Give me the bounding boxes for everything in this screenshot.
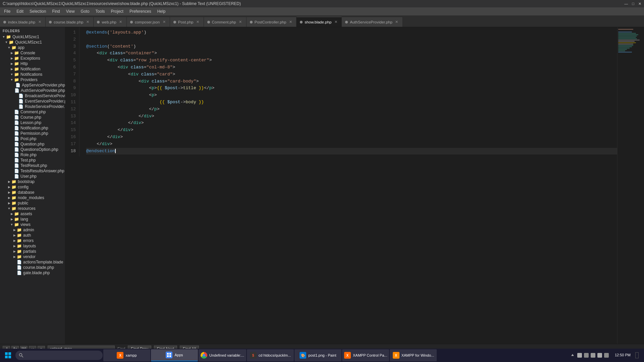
sidebar-item-gate-blade[interactable]: 📄 gate.blade.php [0,270,65,276]
taskbar-xampp-control[interactable]: X XAMPP Control Pa... [342,349,389,361]
taskbar-paint-label: post1.png - Paint [308,353,336,357]
menu-view[interactable]: View [63,8,77,14]
sidebar-item-post-php[interactable]: 📄 Post.php [0,136,65,141]
sidebar-item-lesson-php[interactable]: 📄 Lesson.php [0,120,65,125]
show-desktop-button[interactable] [634,350,640,361]
editor-area[interactable]: 1 2 3 4 5 6 7 8 9 10 11 12 13 14 15 16 1… [65,27,617,344]
sidebar-item-eventserviceprovider[interactable]: 📄 EventServiceProvider.php [0,99,65,104]
tab-web-php[interactable]: web.php ✕ [94,17,126,27]
menu-edit[interactable]: Edit [14,8,26,14]
taskbar-xampp-for-win[interactable]: X XAMPP for Windo... [390,349,437,361]
sidebar-item-partials[interactable]: ▶ 📁 partials [0,249,65,254]
taskbar-search[interactable] [15,351,103,360]
sidebar-item-testresult-php[interactable]: 📄 TestResult.php [0,163,65,168]
tab-close-icon[interactable]: ✕ [37,20,42,24]
menu-selection[interactable]: Selection [27,8,49,14]
taskbar-clock[interactable]: 12:50 PM [613,353,633,358]
sidebar-item-question-php[interactable]: 📄 Question.php [0,141,65,147]
start-button[interactable] [1,349,15,361]
sidebar-item-questionsoption-php[interactable]: 📄 QuestionsOption.php [0,147,65,152]
tab-postcontroller-php[interactable]: PostController.php ✕ [247,17,297,27]
tab-close-icon[interactable]: ✕ [288,20,293,24]
sidebar-item-role-php[interactable]: 📄 Role.php [0,152,65,158]
sidebar-item-label: Console [20,51,35,55]
menu-find[interactable]: Find [49,8,62,14]
sidebar-item-layouts[interactable]: ▶ 📁 layouts [0,243,65,249]
tab-label: course.blade.php [54,20,83,24]
sidebar-item-resources[interactable]: ▼ 📁 resources [0,206,65,211]
taskbar-git-label: cd htdocs/quicklm... [259,353,291,357]
sidebar-item-testsresultsanswer-php[interactable]: 📄 TestsResultsAnswer.php [0,168,65,174]
menu-goto[interactable]: Goto [78,8,92,14]
sidebar-item-notification[interactable]: ▶ 📁 Notification [0,66,65,72]
tab-composer-json[interactable]: composer.json ✕ [127,17,170,27]
tab-close-icon[interactable]: ✕ [333,20,338,24]
code-content[interactable]: @extends('layouts.app') @section('conten… [79,27,617,157]
tray-arrow-icon[interactable] [570,353,575,358]
taskbar-apps[interactable]: Apps [151,349,198,361]
tab-index-blade[interactable]: index.blade.php ✕ [0,17,46,27]
tab-close-icon[interactable]: ✕ [162,20,166,24]
arrow-icon: ▶ [7,185,11,189]
file-icon: 📄 [17,265,22,270]
sidebar-item-appserviceprovider[interactable]: 📄 AppServiceProvider.php [0,82,65,88]
menu-preferences[interactable]: Preferences [127,8,154,14]
svg-line-5 [22,356,23,358]
tab-close-icon[interactable]: ✕ [85,20,90,24]
file-icon: 📄 [14,136,19,141]
sidebar-item-errors[interactable]: ▶ 📁 errors [0,238,65,243]
taskbar-xampp[interactable]: X xampp [103,349,150,361]
maximize-button[interactable]: □ [632,2,634,6]
sidebar-item-providers[interactable]: ▼ 📁 Providers [0,77,65,82]
taskbar-paint[interactable]: 🎨 post1.png - Paint [294,349,341,361]
menu-file[interactable]: File [1,8,13,14]
folder-icon: 📁 [6,35,11,39]
sidebar-item-app[interactable]: ▼ 📁 app [0,45,65,50]
sidebar-item-console[interactable]: ▶ 📁 Console [0,50,65,56]
sidebar-item-notifications[interactable]: ▼ 📁 Notifications [0,72,65,77]
tab-comment-php[interactable]: Comment.php ✕ [204,17,247,27]
sidebar-item-admin[interactable]: ▶ 📁 admin [0,227,65,233]
sidebar-item-actionstemplate[interactable]: 📄 actionsTemplate.blade.pl... [0,259,65,265]
tab-close-icon[interactable]: ✕ [238,20,243,24]
menu-tools[interactable]: Tools [93,8,108,14]
sidebar-item-node-modules[interactable]: ▶ 📁 node_modules [0,195,65,200]
sidebar-item-comment-php[interactable]: 📄 Comment.php [0,109,65,115]
sidebar-item-lang[interactable]: ▶ 📁 lang [0,217,65,222]
sidebar-item-exceptions[interactable]: ▶ 📁 Exceptions [0,56,65,61]
sidebar-item-user-php[interactable]: 📄 User.php [0,174,65,179]
menu-help[interactable]: Help [155,8,168,14]
minimize-button[interactable]: — [624,2,628,6]
sidebar-item-permission-php[interactable]: 📄 Permission.php [0,131,65,136]
sidebar-item-public[interactable]: ▶ 📁 public [0,200,65,206]
close-button[interactable]: ✕ [638,2,641,6]
tab-auth-service-provider[interactable]: AuthServiceProvider.php ✕ [342,17,403,27]
menu-project[interactable]: Project [108,8,126,14]
sidebar-item-config[interactable]: ▶ 📁 config [0,184,65,190]
taskbar-chrome[interactable]: Undefined variable:... [199,349,246,361]
sidebar-item-vendor[interactable]: ▶ 📁 vendor [0,254,65,259]
sidebar-item-bootstrap[interactable]: ▶ 📁 bootstrap [0,179,65,184]
tab-close-icon[interactable]: ✕ [118,20,123,24]
tab-close-icon[interactable]: ✕ [196,20,200,24]
sidebar-item-routeserviceprovider[interactable]: 📄 RouteServiceProvider.php [0,104,65,109]
taskbar-git[interactable]: $ cd htdocs/quicklm... [247,349,294,361]
sidebar-item-broadcastserviceprovider[interactable]: 📄 BroadcastServiceProvide... [0,93,65,99]
arrow-icon: ▼ [4,41,9,44]
sidebar-item-views[interactable]: ▼ 📁 views [0,222,65,227]
sidebar-item-authserviceprovider[interactable]: 📄 AuthServiceProvider.php [0,88,65,93]
sidebar-item-database[interactable]: ▶ 📁 database [0,190,65,195]
tab-show-blade-active[interactable]: show.blade.php ✕ [297,17,342,27]
sidebar-item-quicklms2[interactable]: ▼ 📁 QuickLMSzxc1 [0,40,65,45]
sidebar-item-assets[interactable]: ▶ 📁 assets [0,211,65,217]
tab-course-blade[interactable]: course.blade.php ✕ [46,17,94,27]
tab-post-php[interactable]: Post.php ✕ [170,17,204,27]
tab-close-icon[interactable]: ✕ [394,20,399,24]
sidebar-item-auth[interactable]: ▶ 📁 auth [0,233,65,238]
sidebar-item-quicklms1[interactable]: ▼ 📁 QuickLMSzxc1 [0,34,65,40]
sidebar-item-course-php[interactable]: 📄 Course.php [0,115,65,120]
sidebar-item-notification-php[interactable]: 📄 Notification.php [0,125,65,131]
sidebar-item-http[interactable]: ▶ 📁 Http [0,61,65,66]
sidebar-item-test-php[interactable]: 📄 Test.php [0,158,65,163]
sidebar-item-course-blade-views[interactable]: 📄 course.blade.php [0,265,65,270]
